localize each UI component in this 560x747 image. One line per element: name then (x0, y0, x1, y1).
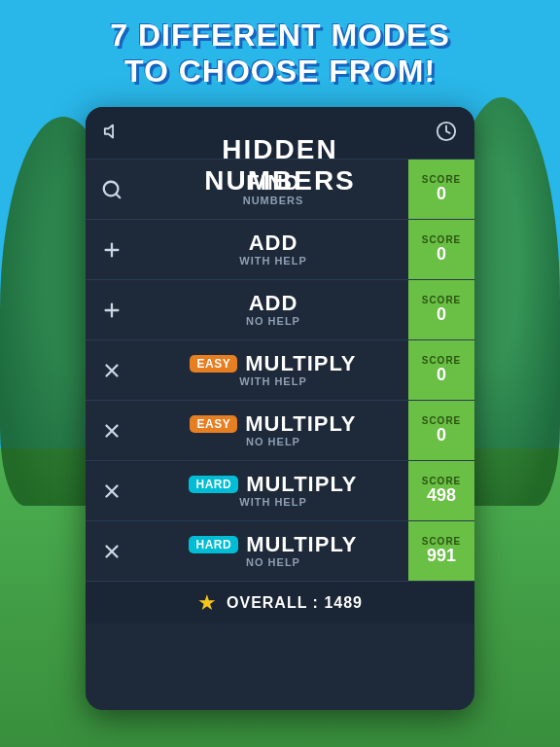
score-value: 0 (437, 305, 446, 325)
menu-sub-label: WITH HELP (239, 255, 307, 267)
score-box: SCORE 991 (408, 521, 474, 581)
menu-label-row: ADD (249, 293, 298, 314)
score-value: 0 (437, 366, 446, 385)
menu-item[interactable]: ADD NO HELP SCORE 0 (86, 279, 474, 339)
difficulty-badge: HARD (189, 476, 238, 493)
svg-line-3 (116, 194, 120, 197)
menu-label-row: ADD (249, 232, 298, 254)
menu-item[interactable]: HARD MULTIPLY WITH HELP SCORE 498 (86, 460, 474, 520)
menu-center: FIND NUMBERS (138, 172, 408, 206)
menu-center: EASY MULTIPLY NO HELP (138, 413, 408, 447)
menu-sub-label: NUMBERS (243, 195, 304, 206)
menu-icon-times (86, 480, 138, 502)
menu-icon-times (86, 360, 138, 381)
header-text: 7 DIFFERENT MODES TO CHOOSE FROM! (0, 18, 560, 89)
svg-marker-0 (105, 125, 113, 138)
score-value: 498 (427, 486, 456, 506)
menu-label-row: HARD MULTIPLY (189, 474, 357, 495)
menu-center: HARD MULTIPLY WITH HELP (138, 474, 408, 508)
menu-main-label: ADD (249, 293, 298, 314)
menu-item[interactable]: HARD MULTIPLY NO HELP SCORE 991 (86, 520, 474, 581)
score-box: SCORE 498 (408, 461, 474, 520)
score-box: SCORE 0 (408, 340, 474, 400)
clock-icon[interactable] (436, 121, 457, 147)
menu-list: FIND NUMBERS SCORE 0 ADD WITH HELP SCORE… (86, 159, 474, 581)
menu-sub-label: WITH HELP (239, 496, 307, 508)
top-bar: HIDDEN NUMBERS (86, 107, 474, 159)
score-box: SCORE 0 (408, 280, 474, 339)
menu-icon-plus (86, 300, 138, 321)
difficulty-badge: EASY (190, 355, 237, 373)
phone-bottom: ★ OVERALL : 1489 (86, 581, 474, 623)
score-value: 991 (427, 547, 456, 566)
menu-center: EASY MULTIPLY WITH HELP (138, 353, 408, 387)
menu-item[interactable]: EASY MULTIPLY NO HELP SCORE 0 (86, 400, 474, 460)
menu-label-row: FIND (246, 172, 299, 194)
menu-item[interactable]: ADD WITH HELP SCORE 0 (86, 219, 474, 279)
menu-label-row: EASY MULTIPLY (190, 353, 356, 374)
menu-icon-plus (86, 239, 138, 261)
menu-label-row: HARD MULTIPLY (189, 534, 357, 555)
header-line1: 7 DIFFERENT MODES (0, 18, 560, 53)
score-value: 0 (437, 426, 446, 445)
menu-icon-times (86, 541, 138, 562)
menu-center: ADD WITH HELP (138, 232, 408, 267)
menu-center: ADD NO HELP (138, 293, 408, 327)
sound-icon[interactable] (103, 121, 124, 147)
menu-item[interactable]: FIND NUMBERS SCORE 0 (86, 159, 474, 219)
menu-sub-label: WITH HELP (239, 375, 307, 387)
menu-label-row: EASY MULTIPLY (190, 413, 356, 435)
difficulty-badge: HARD (189, 536, 238, 553)
score-box: SCORE 0 (408, 160, 474, 219)
menu-main-label: FIND (246, 172, 299, 194)
menu-icon-times (86, 420, 138, 442)
header-line2: TO CHOOSE FROM! (0, 53, 560, 89)
menu-main-label: MULTIPLY (246, 534, 357, 555)
menu-item[interactable]: EASY MULTIPLY WITH HELP SCORE 0 (86, 339, 474, 400)
score-value: 0 (437, 245, 446, 265)
menu-main-label: MULTIPLY (245, 353, 356, 374)
overall-label: OVERALL : 1489 (227, 594, 363, 612)
score-box: SCORE 0 (408, 220, 474, 279)
menu-sub-label: NO HELP (246, 315, 300, 327)
phone-container: HIDDEN NUMBERS FIND NUMBERS SCORE 0 (86, 107, 474, 710)
score-box: SCORE 0 (408, 401, 474, 460)
menu-main-label: MULTIPLY (245, 413, 356, 435)
score-value: 0 (437, 185, 446, 204)
menu-main-label: MULTIPLY (246, 474, 357, 495)
menu-sub-label: NO HELP (246, 436, 300, 447)
difficulty-badge: EASY (190, 415, 237, 433)
menu-main-label: ADD (249, 232, 298, 254)
menu-center: HARD MULTIPLY NO HELP (138, 534, 408, 568)
menu-icon-search (86, 179, 138, 200)
menu-sub-label: NO HELP (246, 556, 300, 568)
star-icon: ★ (197, 590, 217, 616)
